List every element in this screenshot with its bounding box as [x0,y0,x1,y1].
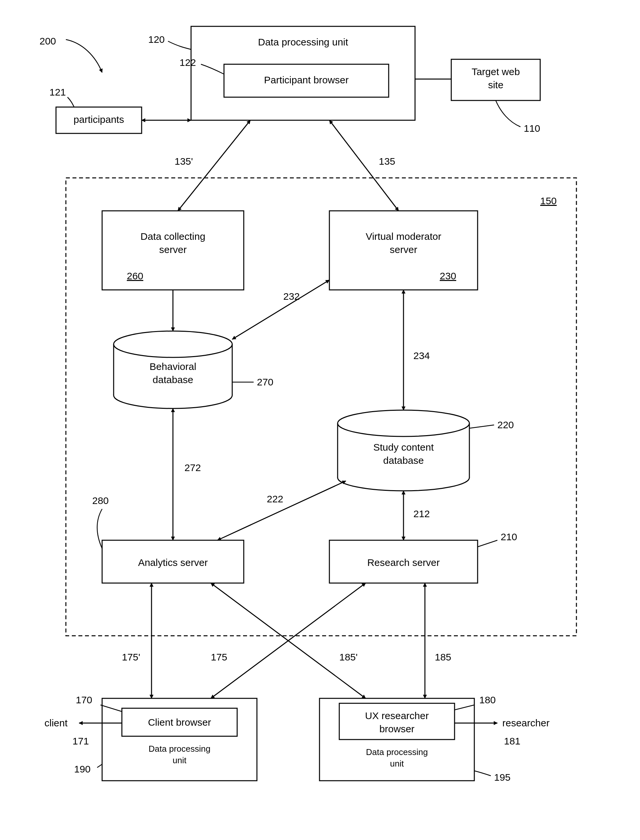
ref-135: 135 [379,156,395,167]
label-scd-l2: database [383,455,424,466]
label-ux-unit-l1: Data processing [366,747,428,757]
label-target-l1: Target web [472,66,520,77]
leader-190 [97,764,102,768]
label-ux-browser-l1: UX researcher [365,710,429,721]
ref-150: 150 [540,195,557,206]
label-scd-l1: Study content [373,442,434,453]
ref-260: 260 [127,270,143,281]
leader-110 [496,101,520,127]
ref-190: 190 [74,763,91,774]
ref-120: 120 [148,34,165,45]
ref-270: 270 [257,376,274,387]
label-dpu-top: Data processing unit [258,37,348,48]
ref-234: 234 [413,350,430,361]
ref-170: 170 [76,694,92,705]
ref-272: 272 [184,462,201,473]
label-vms-l2: server [390,244,417,255]
ref-110: 110 [524,123,540,134]
label-dcs-l1: Data collecting [141,231,206,242]
label-participant-browser: Participant browser [264,74,349,85]
ref-222: 222 [267,493,283,504]
label-participants: participants [74,114,124,125]
label-bdb-l1: Behavioral [150,361,196,372]
ref-220: 220 [498,419,514,430]
label-analytics: Analytics server [138,557,208,568]
ref-180: 180 [479,694,496,705]
ref-175prime: 175' [122,651,140,662]
ref-122: 122 [179,57,196,68]
label-client-browser: Client browser [148,717,211,728]
ref-232: 232 [283,291,300,302]
ref-230: 230 [440,270,456,281]
leader-120 [168,41,191,50]
label-dcs-l2: server [159,244,186,255]
ref-171: 171 [72,736,89,746]
ref-210: 210 [501,531,517,542]
label-target-l2: site [488,79,504,90]
label-client-unit-l1: Data processing [149,744,211,754]
ref-280: 280 [92,495,109,506]
leader-200 [66,40,102,72]
label-client-actor: client [45,717,68,728]
label-bdb-l2: database [152,374,193,385]
leader-195 [474,771,491,776]
svg-point-4 [114,331,232,357]
label-ux-unit-l2: unit [390,758,404,768]
svg-point-9 [338,410,469,437]
leader-121 [67,97,74,107]
label-client-unit-l2: unit [173,755,187,765]
label-ux-actor: researcher [502,717,549,728]
ref-121: 121 [50,86,66,98]
label-research: Research server [367,557,440,568]
ref-185: 185 [435,651,451,662]
ref-175: 175 [211,651,227,662]
ref-195: 195 [494,772,510,783]
label-vms-l1: Virtual moderator [366,231,442,242]
ref-212: 212 [413,508,430,519]
ref-200: 200 [40,35,56,46]
ref-181: 181 [504,736,520,746]
label-ux-browser-l2: browser [379,723,415,734]
ref-135prime: 135' [174,156,193,167]
ref-185prime: 185' [339,651,358,662]
